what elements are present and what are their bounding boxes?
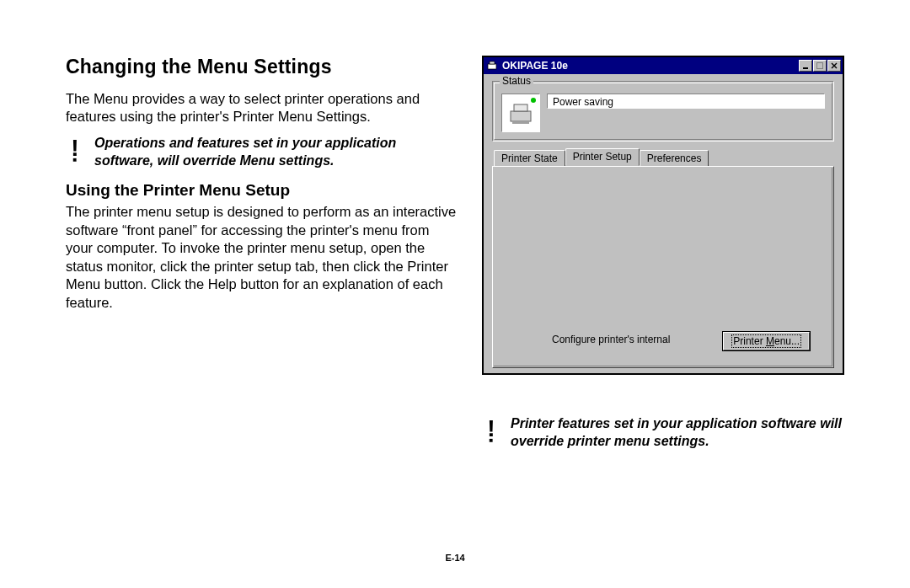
svg-rect-4	[511, 111, 531, 121]
page-title: Changing the Menu Settings	[66, 56, 457, 78]
close-button[interactable]	[827, 60, 841, 72]
tab-preferences[interactable]: Preferences	[640, 150, 709, 168]
maximize-button[interactable]	[813, 60, 827, 72]
status-led-icon	[531, 98, 536, 103]
section-heading: Using the Printer Menu Setup	[66, 181, 457, 200]
titlebar: OKIPAGE 10e	[484, 57, 843, 74]
tab-printer-state[interactable]: Printer State	[494, 150, 565, 168]
svg-rect-2	[803, 67, 808, 69]
status-group-label: Status	[500, 75, 533, 87]
tab-panel: Configure printer's internal Printer Men…	[492, 166, 834, 368]
svg-rect-0	[488, 64, 496, 69]
screenshot-window: OKIPAGE 10e	[482, 56, 844, 375]
minimize-button[interactable]	[799, 60, 812, 72]
callout-2: Printer features set in your application…	[482, 415, 844, 451]
status-value: Power saving	[547, 94, 825, 109]
page-number: E-14	[0, 553, 910, 563]
tab-strip: Printer State Printer Setup Preferences	[492, 148, 834, 166]
body-paragraph-2: The printer menu setup is designed to pe…	[66, 203, 457, 312]
printer-menu-button[interactable]: Printer Menu...	[723, 332, 810, 350]
svg-rect-6	[512, 121, 529, 124]
configure-label: Configure printer's internal	[552, 334, 670, 345]
intro-paragraph: The Menu provides a way to select printe…	[66, 90, 457, 126]
callout-2-text: Printer features set in your application…	[511, 415, 844, 451]
window-title: OKIPAGE 10e	[502, 60, 798, 72]
status-group: Status Power sa	[492, 81, 834, 142]
svg-rect-1	[490, 61, 495, 64]
callout-1-text: Operations and features set in your appl…	[94, 135, 457, 170]
exclamation-icon	[482, 415, 500, 442]
app-icon	[485, 59, 499, 72]
exclamation-icon	[66, 135, 84, 162]
callout-1: Operations and features set in your appl…	[66, 135, 457, 170]
svg-rect-3	[817, 63, 823, 69]
svg-rect-5	[514, 104, 527, 111]
printer-status-icon	[501, 94, 540, 132]
tab-printer-setup[interactable]: Printer Setup	[565, 148, 640, 166]
